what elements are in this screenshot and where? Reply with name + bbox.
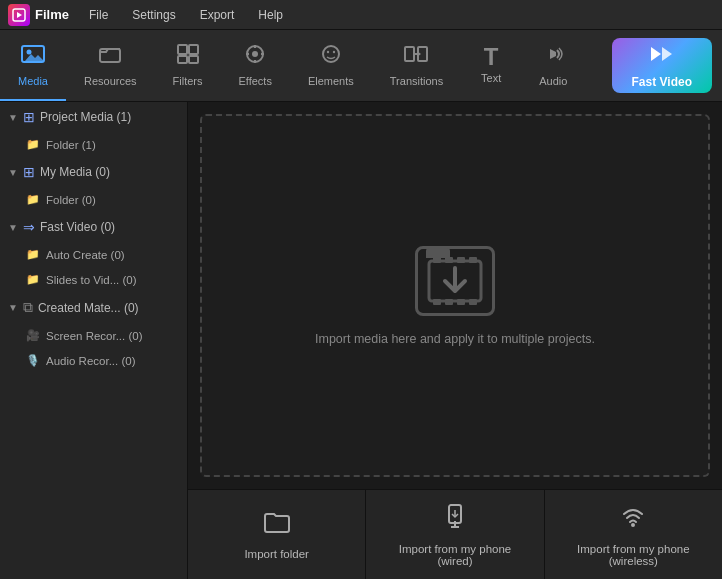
svg-rect-6 — [178, 45, 187, 54]
transitions-label: Transitions — [390, 75, 443, 87]
folder-icon-1: 📁 — [26, 138, 40, 151]
import-icon-wrap — [415, 246, 495, 316]
svg-rect-30 — [433, 299, 441, 305]
svg-rect-27 — [445, 257, 453, 263]
menu-settings[interactable]: Settings — [128, 6, 179, 24]
content-area: Import media here and apply it to multip… — [188, 102, 722, 579]
main-layout: ▼ ⊞ Project Media (1) 📁 Folder (1) ▼ ⊞ M… — [0, 102, 722, 579]
toolbar: Media Resources Filters — [0, 30, 722, 102]
sidebar-item-audio-record[interactable]: 🎙️ Audio Recor... (0) — [0, 348, 187, 373]
auto-create-icon: 📁 — [26, 248, 40, 261]
sidebar-item-slides-to-vid[interactable]: 📁 Slides to Vid... (0) — [0, 267, 187, 292]
menu-help[interactable]: Help — [254, 6, 287, 24]
svg-marker-23 — [651, 47, 661, 61]
my-media-label: My Media (0) — [40, 165, 110, 179]
import-wired-button[interactable]: Import from my phone (wired) — [366, 490, 544, 579]
toolbar-btn-transitions[interactable]: Transitions — [372, 30, 461, 101]
audio-label: Audio — [539, 75, 567, 87]
project-media-label: Project Media (1) — [40, 110, 131, 124]
svg-point-18 — [333, 50, 335, 52]
media-label: Media — [18, 75, 48, 87]
arrow-icon-project-media: ▼ — [8, 112, 18, 123]
fast-video-label: Fast Video — [632, 75, 692, 89]
toolbar-btn-resources[interactable]: Resources — [66, 30, 155, 101]
import-zone-icon — [425, 253, 485, 308]
app-name: Filme — [35, 7, 69, 22]
sidebar-group-header-my-media[interactable]: ▼ ⊞ My Media (0) — [0, 157, 187, 187]
fast-video-icon — [649, 43, 675, 71]
auto-create-label: Auto Create (0) — [46, 249, 125, 261]
sidebar-item-screen-record[interactable]: 🎥 Screen Recor... (0) — [0, 323, 187, 348]
svg-rect-9 — [189, 56, 198, 63]
sidebar-group-created-mate: ▼ ⧉ Created Mate... (0) 🎥 Screen Recor..… — [0, 292, 187, 373]
svg-rect-31 — [445, 299, 453, 305]
svg-marker-1 — [17, 12, 22, 18]
text-icon: T — [484, 46, 499, 68]
audio-record-icon: 🎙️ — [26, 354, 40, 367]
text-label: Text — [481, 72, 501, 84]
menu-export[interactable]: Export — [196, 6, 239, 24]
toolbar-btn-media[interactable]: Media — [0, 30, 66, 101]
my-media-grid-icon: ⊞ — [23, 164, 35, 180]
sidebar-item-folder-2[interactable]: 📁 Folder (0) — [0, 187, 187, 212]
created-mate-label: Created Mate... (0) — [38, 301, 139, 315]
import-wired-icon — [441, 503, 469, 535]
import-folder-button[interactable]: Import folder — [188, 490, 366, 579]
screen-record-label: Screen Recor... (0) — [46, 330, 143, 342]
svg-rect-7 — [189, 45, 198, 54]
toolbar-btn-audio[interactable]: Audio — [521, 30, 585, 101]
menu-file[interactable]: File — [85, 6, 112, 24]
fast-video-sidebar-icon: ⇒ — [23, 219, 35, 235]
import-wireless-icon — [619, 503, 647, 535]
arrow-icon-fast-video: ▼ — [8, 222, 18, 233]
svg-point-3 — [26, 49, 31, 54]
folder-1-label: Folder (1) — [46, 139, 96, 151]
transitions-icon — [404, 43, 428, 71]
import-buttons: Import folder Import from my phone (wire — [188, 489, 722, 579]
sidebar-item-auto-create[interactable]: 📁 Auto Create (0) — [0, 242, 187, 267]
sidebar-group-header-created-mate[interactable]: ▼ ⧉ Created Mate... (0) — [0, 292, 187, 323]
audio-icon — [541, 43, 565, 71]
slides-to-vid-label: Slides to Vid... (0) — [46, 274, 137, 286]
svg-rect-8 — [178, 56, 187, 63]
toolbar-btn-elements[interactable]: Elements — [290, 30, 372, 101]
sidebar-item-folder-1[interactable]: 📁 Folder (1) — [0, 132, 187, 157]
svg-point-17 — [327, 50, 329, 52]
svg-rect-29 — [469, 257, 477, 263]
import-folder-label: Import folder — [244, 548, 309, 560]
sidebar-group-header-fast-video[interactable]: ▼ ⇒ Fast Video (0) — [0, 212, 187, 242]
svg-rect-26 — [433, 257, 441, 263]
fast-video-label: Fast Video (0) — [40, 220, 115, 234]
app-logo: Filme — [8, 4, 69, 26]
svg-point-16 — [323, 46, 339, 62]
sidebar-group-header-project-media[interactable]: ▼ ⊞ Project Media (1) — [0, 102, 187, 132]
svg-rect-33 — [469, 299, 477, 305]
effects-label: Effects — [239, 75, 272, 87]
app-logo-icon — [8, 4, 30, 26]
svg-rect-28 — [457, 257, 465, 263]
filters-icon — [176, 43, 200, 71]
sidebar: ▼ ⊞ Project Media (1) 📁 Folder (1) ▼ ⊞ M… — [0, 102, 188, 579]
resources-icon — [98, 43, 122, 71]
import-zone[interactable]: Import media here and apply it to multip… — [200, 114, 710, 477]
audio-record-label: Audio Recor... (0) — [46, 355, 135, 367]
resources-label: Resources — [84, 75, 137, 87]
svg-rect-19 — [405, 47, 414, 61]
screen-record-icon: 🎥 — [26, 329, 40, 342]
menu-bar: Filme File Settings Export Help — [0, 0, 722, 30]
fast-video-button[interactable]: Fast Video — [612, 38, 712, 93]
import-zone-text: Import media here and apply it to multip… — [315, 332, 595, 346]
arrow-icon-my-media: ▼ — [8, 167, 18, 178]
elements-icon — [319, 43, 343, 71]
import-folder-icon — [263, 510, 291, 540]
toolbar-btn-effects[interactable]: Effects — [221, 30, 290, 101]
slides-to-vid-icon: 📁 — [26, 273, 40, 286]
sidebar-group-my-media: ▼ ⊞ My Media (0) 📁 Folder (0) — [0, 157, 187, 212]
toolbar-btn-text[interactable]: T Text — [461, 30, 521, 101]
folder-icon-2: 📁 — [26, 193, 40, 206]
toolbar-btn-filters[interactable]: Filters — [155, 30, 221, 101]
import-wireless-button[interactable]: Import from my phone (wireless) — [545, 490, 722, 579]
svg-marker-4 — [25, 54, 44, 61]
svg-marker-24 — [662, 47, 672, 61]
svg-point-11 — [252, 51, 258, 57]
